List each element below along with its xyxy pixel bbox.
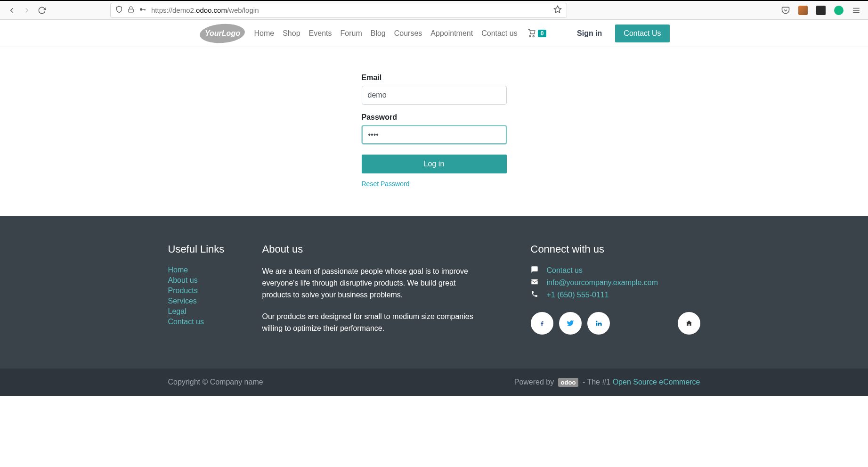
footer-link-services[interactable]: Services <box>168 297 197 305</box>
footer-email-link[interactable]: info@yourcompany.example.com <box>547 279 658 287</box>
copyright-text: Copyright © Company name <box>168 378 263 386</box>
footer-link-home[interactable]: Home <box>168 266 188 274</box>
envelope-icon <box>531 278 538 287</box>
url-text: https://demo2.odoo.com/web/login <box>151 6 549 14</box>
email-input[interactable] <box>362 86 507 105</box>
browser-chrome: https://demo2.odoo.com/web/login <box>0 0 868 20</box>
bottom-bar: Copyright © Company name Powered by odoo… <box>0 369 868 396</box>
cart-count: 0 <box>538 30 547 37</box>
svg-marker-4 <box>554 6 561 13</box>
home-button[interactable] <box>678 312 700 335</box>
cart-button[interactable]: 0 <box>527 29 547 38</box>
login-form: Email Password Log in Reset Password <box>362 74 507 188</box>
useful-links-section: Useful Links Home About us Products Serv… <box>168 243 262 345</box>
key-icon <box>139 6 146 15</box>
nav-shop[interactable]: Shop <box>283 29 300 38</box>
nav-events[interactable]: Events <box>309 29 332 38</box>
signin-link[interactable]: Sign in <box>577 29 602 38</box>
connect-title: Connect with us <box>531 243 700 255</box>
about-paragraph-2: Our products are designed for small to m… <box>262 311 474 335</box>
lock-icon <box>128 6 134 14</box>
site-header: YourLogo Home Shop Events Forum Blog Cou… <box>0 20 868 47</box>
star-icon[interactable] <box>553 5 562 15</box>
svg-point-1 <box>140 8 142 10</box>
open-source-link[interactable]: Open Source eCommerce <box>613 378 700 386</box>
footer-link-legal[interactable]: Legal <box>168 307 187 315</box>
forward-button[interactable] <box>23 6 31 15</box>
nav-appointment[interactable]: Appointment <box>430 29 473 38</box>
main-nav: Home Shop Events Forum Blog Courses Appo… <box>254 29 518 38</box>
phone-icon <box>531 290 538 300</box>
svg-rect-0 <box>129 9 134 12</box>
nav-contact[interactable]: Contact us <box>481 29 517 38</box>
facebook-button[interactable] <box>531 312 553 335</box>
twitter-button[interactable] <box>559 312 582 335</box>
footer-link-contact[interactable]: Contact us <box>168 318 204 326</box>
footer-link-about[interactable]: About us <box>168 276 198 284</box>
footer-phone-link[interactable]: +1 (650) 555-0111 <box>547 291 609 299</box>
email-label: Email <box>362 74 507 82</box>
footer: Useful Links Home About us Products Serv… <box>0 216 868 369</box>
contact-us-button[interactable]: Contact Us <box>615 25 669 42</box>
powered-by-text: Powered by odoo - The #1 Open Source eCo… <box>514 378 700 386</box>
about-section: About us We are a team of passionate peo… <box>262 243 479 345</box>
footer-contact-link[interactable]: Contact us <box>547 266 583 275</box>
login-button[interactable]: Log in <box>362 155 507 173</box>
about-paragraph-1: We are a team of passionate people whose… <box>262 266 474 301</box>
chat-icon <box>531 266 538 275</box>
back-button[interactable] <box>8 6 16 15</box>
site-logo[interactable]: YourLogo <box>199 24 246 43</box>
extension-icon-1[interactable] <box>798 6 808 15</box>
svg-rect-3 <box>145 9 145 10</box>
nav-blog[interactable]: Blog <box>371 29 386 38</box>
password-label: Password <box>362 113 507 122</box>
url-bar[interactable]: https://demo2.odoo.com/web/login <box>110 3 567 18</box>
cart-icon <box>527 29 536 38</box>
extension-icon-3[interactable] <box>834 6 844 15</box>
about-title: About us <box>262 243 479 255</box>
menu-icon[interactable] <box>852 6 860 15</box>
reload-button[interactable] <box>38 6 46 15</box>
useful-links-title: Useful Links <box>168 243 262 255</box>
pocket-icon[interactable] <box>781 6 790 15</box>
connect-section: Connect with us Contact us info@yourcomp… <box>531 243 700 345</box>
footer-link-products[interactable]: Products <box>168 287 198 295</box>
nav-courses[interactable]: Courses <box>394 29 422 38</box>
password-input[interactable] <box>362 125 507 144</box>
linkedin-button[interactable] <box>587 312 610 335</box>
reset-password-link[interactable]: Reset Password <box>362 180 410 188</box>
nav-home[interactable]: Home <box>254 29 275 38</box>
odoo-pill[interactable]: odoo <box>558 378 579 387</box>
nav-forum[interactable]: Forum <box>340 29 362 38</box>
extension-icon-2[interactable] <box>816 6 826 15</box>
shield-icon <box>115 6 123 15</box>
